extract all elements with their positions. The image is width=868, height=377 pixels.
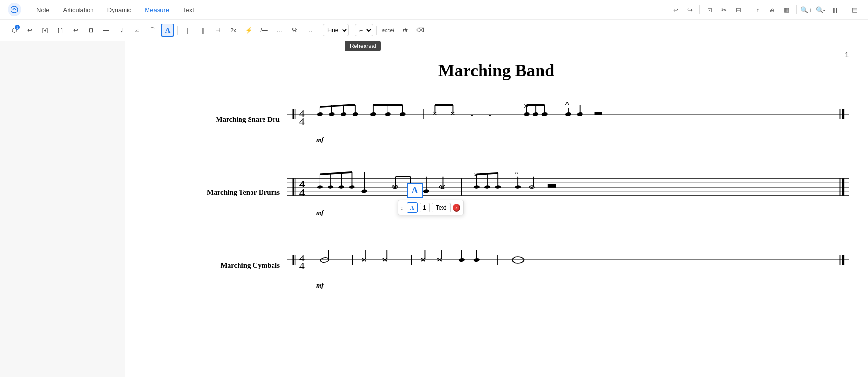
diagonal-button[interactable]: /— bbox=[257, 24, 271, 37]
paste-button[interactable]: ⊟ bbox=[732, 4, 744, 15]
tab-text[interactable]: Text bbox=[177, 4, 200, 15]
svg-text:4: 4 bbox=[299, 117, 305, 127]
svg-text:4: 4 bbox=[299, 261, 305, 271]
element-toolbar: :: A 1 Text × bbox=[398, 200, 464, 215]
layout-button[interactable]: ▦ bbox=[781, 4, 792, 15]
svg-point-36 bbox=[541, 112, 548, 117]
svg-point-9 bbox=[328, 112, 335, 117]
element-a-button[interactable]: A bbox=[407, 202, 418, 213]
dots2-button[interactable]: … bbox=[303, 24, 317, 37]
zoom-out-button[interactable]: 🔍- bbox=[815, 4, 826, 15]
svg-point-20 bbox=[399, 112, 406, 117]
cymbals-dynamic: mf bbox=[287, 282, 849, 290]
svg-text:^: ^ bbox=[565, 101, 570, 108]
svg-text:4: 4 bbox=[299, 188, 306, 198]
snare-music: 4 4 bbox=[287, 95, 849, 133]
dots-button[interactable]: … bbox=[273, 24, 286, 37]
main-content: 1 Marching Band A :: A 1 Text × Marching… bbox=[0, 41, 868, 377]
svg-point-56 bbox=[317, 185, 323, 189]
svg-rect-43 bbox=[595, 112, 602, 115]
snare-drum-staff: Marching Snare Dru 4 4 bbox=[153, 95, 849, 144]
zoom-in-button[interactable]: 🔍+ bbox=[800, 4, 812, 15]
element-delete-button[interactable]: × bbox=[453, 204, 460, 212]
settings-button[interactable]: ▤ bbox=[849, 4, 860, 15]
tenor-drums-staff: Marching Tenor Drums 4 4 bbox=[153, 168, 849, 217]
accel-button[interactable]: accel bbox=[379, 24, 397, 37]
cut-button[interactable]: ✂ bbox=[718, 4, 730, 15]
svg-point-80 bbox=[484, 185, 491, 189]
svg-point-62 bbox=[348, 185, 355, 189]
fine-select[interactable]: Fine bbox=[323, 24, 349, 36]
repeat-barline-button[interactable]: ↩ bbox=[69, 24, 82, 37]
barline-double-button[interactable]: ‖ bbox=[196, 24, 209, 37]
rehearsal-mark-box[interactable]: A bbox=[407, 183, 423, 198]
copy-button[interactable]: ⊡ bbox=[704, 4, 715, 15]
add-measure-button[interactable]: [+] bbox=[38, 24, 52, 37]
svg-point-112 bbox=[473, 258, 480, 262]
rit-button[interactable]: rit bbox=[399, 24, 412, 37]
barline-final-button[interactable]: ⊣ bbox=[211, 24, 225, 37]
score-area[interactable]: 1 Marching Band A :: A 1 Text × Marching… bbox=[125, 41, 868, 377]
tab-articulation[interactable]: Articulation bbox=[57, 4, 99, 15]
percent-button[interactable]: % bbox=[288, 24, 301, 37]
svg-point-34 bbox=[532, 112, 539, 117]
toolbar: ⬡ 1 ↩ [+] [-] ↩ ⊡ — ♩ ♪↕ ⌒ A | ‖ ⊣ 2x ⚡ … bbox=[0, 20, 868, 41]
svg-text:♩: ♩ bbox=[488, 110, 492, 118]
divider-toolbar-2 bbox=[320, 26, 320, 35]
barline-single-button[interactable]: | bbox=[181, 24, 194, 37]
end-repeat-button[interactable]: ⊡ bbox=[84, 24, 98, 37]
double-button[interactable]: 2x bbox=[227, 24, 240, 37]
svg-point-40 bbox=[565, 112, 571, 117]
beam-break-button[interactable]: ♪↕ bbox=[130, 24, 144, 37]
score-title: Marching Band bbox=[144, 60, 849, 81]
cymbals-label: Marching Cymbals bbox=[153, 261, 287, 270]
svg-point-0 bbox=[11, 6, 18, 13]
element-number-button[interactable]: 1 bbox=[420, 203, 430, 212]
double-barline-button[interactable]: — bbox=[100, 24, 113, 37]
divider-3 bbox=[796, 5, 797, 14]
undo-button[interactable]: ↩ bbox=[670, 4, 681, 15]
svg-text:^: ^ bbox=[515, 171, 518, 177]
upload-button[interactable]: ↑ bbox=[752, 4, 764, 15]
remove-measure-button[interactable]: [-] bbox=[54, 24, 67, 37]
svg-point-78 bbox=[473, 185, 480, 189]
svg-line-63 bbox=[320, 172, 352, 174]
select-back-button[interactable]: ↩ bbox=[23, 24, 36, 37]
slash-button[interactable]: ⚡ bbox=[242, 24, 255, 37]
sidebar-left bbox=[0, 41, 125, 377]
logo-button[interactable] bbox=[8, 3, 21, 16]
svg-point-72 bbox=[423, 189, 430, 193]
note-beam-button[interactable]: ♩ bbox=[115, 24, 128, 37]
tab-note[interactable]: Note bbox=[31, 4, 55, 15]
floating-text-element[interactable]: A :: A 1 Text × bbox=[407, 183, 423, 198]
cymbals-music: 4 4 × × bbox=[287, 241, 849, 279]
menu-bar: Note Articulation Dynamic Measure Text ↩… bbox=[0, 0, 868, 20]
text-a-button[interactable]: A bbox=[161, 24, 174, 37]
delete-button[interactable]: ⌫ bbox=[414, 24, 427, 37]
bracket-select[interactable]: ⌐ bbox=[355, 24, 373, 36]
svg-point-42 bbox=[576, 112, 583, 117]
divider-toolbar-3 bbox=[352, 26, 352, 35]
select-all-button[interactable]: ⬡ 1 bbox=[8, 24, 21, 37]
zoom-fit-button[interactable]: ||| bbox=[829, 4, 841, 15]
divider-toolbar-1 bbox=[177, 26, 178, 35]
tab-measure[interactable]: Measure bbox=[139, 4, 175, 15]
svg-point-18 bbox=[384, 112, 391, 117]
svg-line-83 bbox=[477, 173, 498, 175]
tab-dynamic[interactable]: Dynamic bbox=[102, 4, 137, 15]
beam-group-button[interactable]: ⌒ bbox=[146, 24, 159, 37]
redo-button[interactable]: ↪ bbox=[684, 4, 696, 15]
tenor-dynamic: mf bbox=[287, 209, 849, 217]
svg-text:⊗: ⊗ bbox=[438, 183, 446, 191]
right-icons: ↩ ↪ ⊡ ✂ ⊟ ↑ 🖨 ▦ 🔍+ 🔍- ||| ▤ bbox=[670, 4, 860, 15]
svg-text:⊗: ⊗ bbox=[528, 184, 536, 190]
svg-point-86 bbox=[514, 185, 521, 189]
svg-point-32 bbox=[523, 112, 530, 117]
svg-point-60 bbox=[338, 185, 344, 189]
element-text-button[interactable]: Text bbox=[432, 203, 451, 212]
print-button[interactable]: 🖨 bbox=[766, 4, 778, 15]
tenor-label: Marching Tenor Drums bbox=[153, 188, 287, 197]
rehearsal-tooltip: Rehearsal bbox=[345, 41, 381, 51]
divider-toolbar-4 bbox=[376, 26, 377, 35]
svg-point-7 bbox=[317, 112, 323, 117]
